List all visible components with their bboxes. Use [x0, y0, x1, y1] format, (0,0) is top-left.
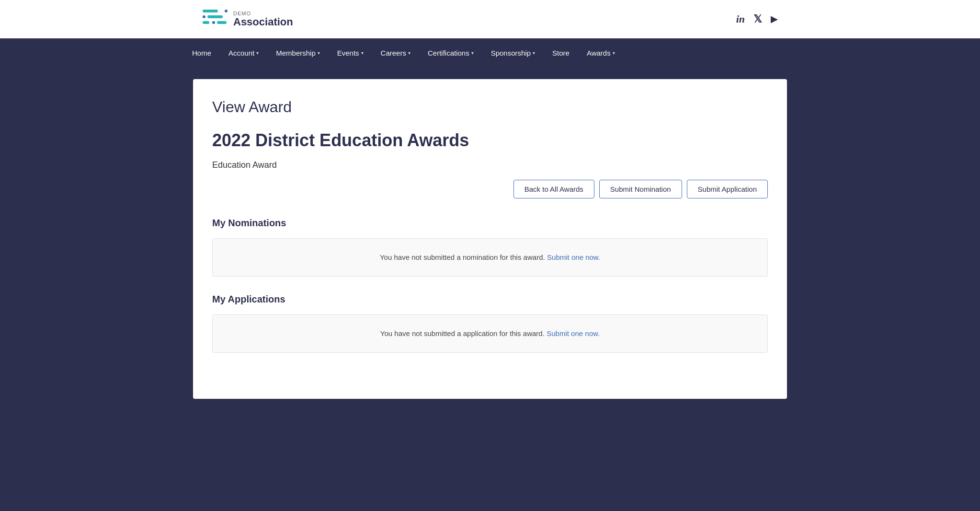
page-wrapper: View Award 2022 District Education Award… — [183, 68, 797, 418]
events-dropdown-arrow: ▾ — [361, 50, 364, 56]
applications-heading: My Applications — [212, 294, 768, 305]
nav-home[interactable]: Home — [183, 38, 220, 68]
nav-events[interactable]: Events ▾ — [329, 38, 372, 68]
logo-text: DEMO Association — [233, 11, 293, 28]
linkedin-icon[interactable]: in — [736, 13, 745, 25]
back-to-all-awards-button[interactable]: Back to All Awards — [513, 180, 594, 198]
careers-dropdown-arrow: ▾ — [408, 50, 410, 56]
content-card: View Award 2022 District Education Award… — [193, 79, 787, 399]
nominations-heading: My Nominations — [212, 218, 768, 229]
award-name: 2022 District Education Awards — [212, 130, 768, 151]
nominations-empty-section: You have not submitted a nomination for … — [212, 238, 768, 277]
nav-awards[interactable]: Awards ▾ — [578, 38, 624, 68]
nav-membership[interactable]: Membership ▾ — [267, 38, 329, 68]
logo[interactable]: DEMO Association — [203, 9, 293, 30]
membership-dropdown-arrow: ▾ — [318, 50, 320, 56]
submit-nomination-button[interactable]: Submit Nomination — [599, 180, 682, 198]
twitter-icon[interactable]: 𝕏 — [753, 13, 762, 25]
youtube-icon[interactable]: ▶ — [771, 14, 777, 24]
submit-application-button[interactable]: Submit Application — [687, 180, 768, 198]
nav-certifications[interactable]: Certifications ▾ — [419, 38, 482, 68]
certifications-dropdown-arrow: ▾ — [471, 50, 474, 56]
applications-empty-text: You have not submitted a application for… — [380, 329, 545, 337]
award-subtitle: Education Award — [212, 160, 768, 170]
nav-sponsorship[interactable]: Sponsorship ▾ — [482, 38, 544, 68]
navigation: Home Account ▾ Membership ▾ Events ▾ Car… — [0, 38, 980, 68]
account-dropdown-arrow: ▾ — [256, 50, 259, 56]
submit-nomination-link[interactable]: Submit one now. — [547, 253, 600, 261]
logo-icon — [203, 9, 228, 30]
logo-association-label: Association — [233, 16, 293, 28]
page-title: View Award — [212, 98, 768, 116]
applications-empty-section: You have not submitted a application for… — [212, 314, 768, 353]
action-buttons: Back to All Awards Submit Nomination Sub… — [212, 180, 768, 198]
awards-dropdown-arrow: ▾ — [613, 50, 615, 56]
nominations-empty-text: You have not submitted a nomination for … — [380, 253, 545, 261]
submit-application-link[interactable]: Submit one now. — [547, 329, 600, 337]
social-links: in 𝕏 ▶ — [736, 13, 777, 25]
nav-store[interactable]: Store — [544, 38, 578, 68]
nav-careers[interactable]: Careers ▾ — [372, 38, 419, 68]
nav-account[interactable]: Account ▾ — [220, 38, 267, 68]
sponsorship-dropdown-arrow: ▾ — [533, 50, 535, 56]
